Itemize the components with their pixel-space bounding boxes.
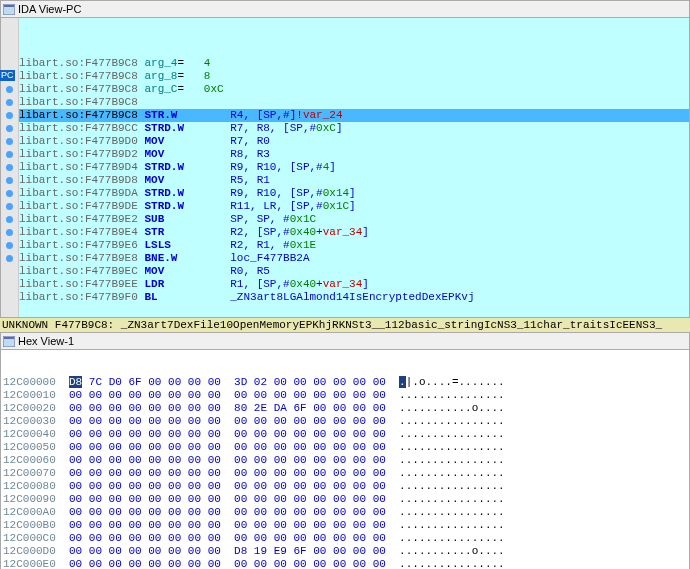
breakpoint-dot[interactable] xyxy=(6,203,13,210)
disasm-line[interactable]: libart.so:F477B9C8 STR.W R4, [SP,#]!var_… xyxy=(19,109,689,122)
disasm-line[interactable]: libart.so:F477B9EC MOV R0, R5 xyxy=(19,265,689,278)
disasm-line[interactable]: libart.so:F477B9DA STRD.W R9, R10, [SP,#… xyxy=(19,187,689,200)
disasm-line[interactable]: libart.so:F477B9E6 LSLS R2, R1, #0x1E xyxy=(19,239,689,252)
hex-line[interactable]: 12C000C0 00 00 00 00 00 00 00 00 00 00 0… xyxy=(1,532,689,545)
hex-line[interactable]: 12C00050 00 00 00 00 00 00 00 00 00 00 0… xyxy=(1,441,689,454)
disasm-line[interactable]: libart.so:F477B9DE STRD.W R11, LR, [SP,#… xyxy=(19,200,689,213)
svg-rect-3 xyxy=(4,337,14,339)
breakpoint-dot[interactable] xyxy=(6,229,13,236)
hex-line[interactable]: 12C00020 00 00 00 00 00 00 00 00 80 2E D… xyxy=(1,402,689,415)
disasm-line[interactable]: libart.so:F477B9EE LDR R1, [SP,#0x40+var… xyxy=(19,278,689,291)
hex-line[interactable]: 12C000E0 00 00 00 00 00 00 00 00 00 00 0… xyxy=(1,558,689,569)
breakpoint-dot[interactable] xyxy=(6,216,13,223)
ida-gutter: PC xyxy=(1,18,19,317)
ida-view-pane[interactable]: PC libart.so:F477B9C8 arg_4= 4libart.so:… xyxy=(0,18,690,318)
disasm-line[interactable]: libart.so:F477B9E4 STR R2, [SP,#0x40+var… xyxy=(19,226,689,239)
disasm-line[interactable]: libart.so:F477B9C8 arg_4= 4 xyxy=(19,57,689,70)
disasm-line[interactable]: libart.so:F477B9D0 MOV R7, R0 xyxy=(19,135,689,148)
breakpoint-dot[interactable] xyxy=(6,255,13,262)
hex-line[interactable]: 12C00080 00 00 00 00 00 00 00 00 00 00 0… xyxy=(1,480,689,493)
hex-line[interactable]: 12C000B0 00 00 00 00 00 00 00 00 00 00 0… xyxy=(1,519,689,532)
disasm-line[interactable]: libart.so:F477B9D8 MOV R5, R1 xyxy=(19,174,689,187)
ida-view-title: IDA View-PC xyxy=(18,3,81,15)
hex-line[interactable]: 12C00070 00 00 00 00 00 00 00 00 00 00 0… xyxy=(1,467,689,480)
hex-view-titlebar[interactable]: Hex View-1 xyxy=(0,332,690,350)
pane-icon xyxy=(3,4,15,15)
hex-view-title: Hex View-1 xyxy=(18,335,74,347)
hex-view-pane[interactable]: 12C00000 D8 7C D0 6F 00 00 00 00 3D 02 0… xyxy=(0,350,690,569)
disasm-line[interactable]: libart.so:F477B9D2 MOV R8, R3 xyxy=(19,148,689,161)
breakpoint-dot[interactable] xyxy=(6,242,13,249)
breakpoint-dot[interactable] xyxy=(6,125,13,132)
hex-line[interactable]: 12C00000 D8 7C D0 6F 00 00 00 00 3D 02 0… xyxy=(1,376,689,389)
hex-line[interactable]: 12C00060 00 00 00 00 00 00 00 00 00 00 0… xyxy=(1,454,689,467)
breakpoint-dot[interactable] xyxy=(6,151,13,158)
pane-icon xyxy=(3,336,15,347)
ida-view-titlebar[interactable]: IDA View-PC xyxy=(0,0,690,18)
breakpoint-dot[interactable] xyxy=(6,177,13,184)
hex-line[interactable]: 12C000A0 00 00 00 00 00 00 00 00 00 00 0… xyxy=(1,506,689,519)
disasm-line[interactable]: libart.so:F477B9D4 STRD.W R9, R10, [SP,#… xyxy=(19,161,689,174)
hex-line[interactable]: 12C00030 00 00 00 00 00 00 00 00 00 00 0… xyxy=(1,415,689,428)
disasm-line[interactable]: libart.so:F477B9E8 BNE.W loc_F477BB2A xyxy=(19,252,689,265)
hex-line[interactable]: 12C00090 00 00 00 00 00 00 00 00 00 00 0… xyxy=(1,493,689,506)
disasm-line[interactable]: libart.so:F477B9E2 SUB SP, SP, #0x1C xyxy=(19,213,689,226)
breakpoint-dot[interactable] xyxy=(6,99,13,106)
pc-marker: PC xyxy=(0,70,15,81)
breakpoint-dot[interactable] xyxy=(6,112,13,119)
hex-line[interactable]: 12C000D0 00 00 00 00 00 00 00 00 D8 19 E… xyxy=(1,545,689,558)
breakpoint-dot[interactable] xyxy=(6,164,13,171)
disasm-line[interactable]: libart.so:F477B9CC STRD.W R7, R8, [SP,#0… xyxy=(19,122,689,135)
breakpoint-dot[interactable] xyxy=(6,138,13,145)
breakpoint-dot[interactable] xyxy=(6,86,13,93)
disasm-line[interactable]: libart.so:F477B9C8 arg_8= 8 xyxy=(19,70,689,83)
disasm-line[interactable]: libart.so:F477B9C8 xyxy=(19,96,689,109)
hex-line[interactable]: 12C00040 00 00 00 00 00 00 00 00 00 00 0… xyxy=(1,428,689,441)
disasm-line[interactable]: libart.so:F477B9C8 arg_C= 0xC xyxy=(19,83,689,96)
disasm-line[interactable]: libart.so:F477B9F0 BL _ZN3art8LGAlmond14… xyxy=(19,291,689,304)
hex-line[interactable]: 12C00010 00 00 00 00 00 00 00 00 00 00 0… xyxy=(1,389,689,402)
svg-rect-1 xyxy=(4,5,14,7)
breakpoint-dot[interactable] xyxy=(6,190,13,197)
ida-status-line: UNKNOWN F477B9C8: _ZN3art7DexFile10OpenM… xyxy=(0,318,690,332)
